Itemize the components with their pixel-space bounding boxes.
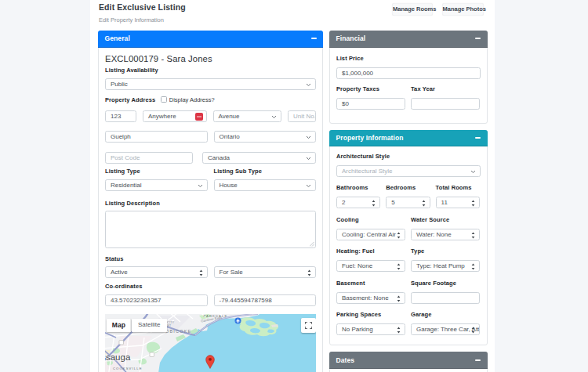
manage-rooms-button[interactable]: Manage Rooms	[392, 3, 433, 16]
coordinates-group: Co-ordinates 43.570232391357 -79.4455947…	[105, 282, 316, 306]
listing-title: EXCL000179 - Sara Jones	[105, 54, 316, 64]
left-column: General EXCL000179 - Sara Jones Listing …	[98, 31, 323, 372]
parking-spaces[interactable]: No Parking	[336, 323, 405, 335]
status[interactable]: Active	[105, 266, 208, 278]
rooms-group: Bathrooms 2 Bedrooms 5	[336, 183, 481, 208]
property-taxes[interactable]: $0	[336, 98, 405, 110]
form-grid: General EXCL000179 - Sara Jones Listing …	[98, 31, 488, 372]
manage-photos-button[interactable]: Manage Photos	[442, 3, 485, 16]
parking-group: Parking Spaces No Parking Garage Garage:…	[336, 310, 481, 335]
satellite-button[interactable]: Satellite	[132, 319, 168, 332]
listing-type-group: Listing Type Residential Listing Sub Typ…	[105, 167, 316, 191]
property-address-group: Property AddressDisplay Address? 123 Any…	[105, 96, 316, 164]
dates-card: Dates	[329, 352, 488, 372]
heating-group: Heating: Fuel Fuel: None Type Type: Heat…	[336, 247, 481, 272]
heating-fuel[interactable]: Fuel: None	[336, 260, 405, 272]
architectural-style[interactable]: Architectural Style	[336, 165, 481, 177]
basement-group: Basement Basement: None Square Footage	[336, 279, 481, 304]
street-type[interactable]: Avenue	[213, 110, 282, 122]
fullscreen-button[interactable]	[301, 318, 316, 333]
bathrooms[interactable]: 2	[336, 197, 380, 208]
listing-description[interactable]	[105, 211, 316, 248]
general-header: General	[98, 31, 323, 48]
garage[interactable]: Garage: Three Car, Atta	[411, 323, 480, 335]
city[interactable]: Guelph	[105, 131, 208, 143]
page-subtitle: Edit Property Information	[99, 16, 164, 25]
display-address-checkbox[interactable]	[161, 96, 167, 103]
property-info-header: Property Information	[329, 130, 488, 146]
street-name[interactable]: Anywhere	[143, 110, 207, 122]
page-title: Edit Exclusive Listing	[99, 2, 186, 13]
taxes-group: Property Taxes $0 Tax Year	[336, 85, 481, 110]
tax-year[interactable]	[411, 98, 480, 110]
water-source[interactable]: Water: None	[411, 229, 480, 240]
cooling[interactable]: Cooling: Central Air	[336, 229, 405, 240]
listing-type[interactable]: Residential	[105, 179, 208, 191]
longitude[interactable]: -79.445594787598	[214, 294, 317, 306]
edit-exclusive-listing: Edit Exclusive Listing Edit Property Inf…	[0, 0, 588, 372]
basement[interactable]: Basement: None	[336, 292, 405, 304]
square-footage[interactable]	[411, 292, 480, 304]
right-column: Financial List Price $1,000,000 Property…	[329, 31, 488, 372]
street-lookup[interactable]	[195, 113, 203, 121]
post-code[interactable]: Post Code	[105, 152, 193, 164]
financial-card: Financial List Price $1,000,000 Property…	[329, 31, 488, 125]
financial-header: Financial	[329, 31, 488, 48]
map-button[interactable]: Map	[107, 319, 131, 332]
general-card: General EXCL000179 - Sara Jones Listing …	[98, 31, 323, 372]
cooling-group: Cooling Cooling: Central Air Water Sourc…	[336, 215, 481, 240]
listing-description-group: Listing Description	[105, 199, 316, 249]
total-rooms[interactable]: 11	[436, 197, 480, 208]
property-info-card: Property Information Architectural Style…	[329, 130, 488, 345]
dates-header: Dates	[329, 352, 488, 369]
map: PARKDALE Gardiner Expy CITYST OBICOKE Mi…	[105, 314, 316, 372]
sale-status[interactable]: For Sale	[214, 266, 317, 278]
status-group: Status Active For Sale	[105, 255, 316, 279]
list-price[interactable]: $1,000,000	[336, 67, 481, 79]
arch-style-group: Architectural Style Architectural Style	[336, 152, 481, 177]
listing-availability[interactable]: Public	[105, 78, 316, 90]
country[interactable]: Canada	[202, 152, 316, 164]
main-content: Edit Exclusive Listing Edit Property Inf…	[90, 0, 495, 372]
unit-no[interactable]: Unit No.	[288, 110, 316, 122]
heating-type[interactable]: Type: Heat Pump	[411, 260, 480, 272]
street-number[interactable]: 123	[105, 110, 136, 122]
bedrooms[interactable]: 5	[386, 197, 430, 208]
province[interactable]: Ontario	[214, 131, 317, 143]
listing-availability-group: Listing Availability Public	[105, 66, 316, 90]
listing-sub-type[interactable]: House	[214, 179, 317, 191]
latitude[interactable]: 43.570232391357	[105, 294, 208, 306]
list-price-group: List Price $1,000,000	[336, 54, 481, 80]
